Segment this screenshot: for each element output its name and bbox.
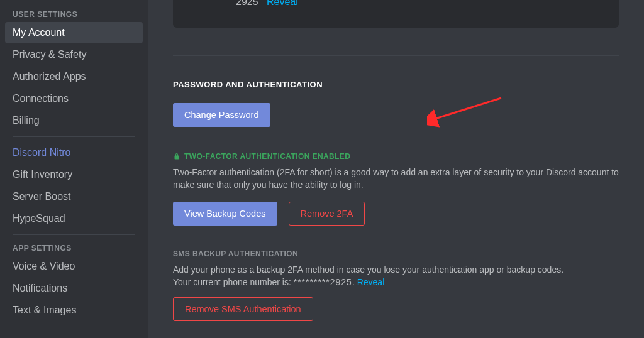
- twofa-enabled-label: Two-Factor Authentication Enabled: [184, 152, 350, 161]
- lock-icon: [173, 152, 180, 161]
- view-backup-codes-button[interactable]: View Backup Codes: [173, 202, 277, 226]
- sms-desc-line1: Add your phone as a backup 2FA method in…: [173, 264, 564, 275]
- twofa-description: Two-Factor authentication (2FA for short…: [173, 166, 619, 192]
- password-auth-heading: Password and Authentication: [173, 80, 619, 89]
- sidebar-item-notifications[interactable]: Notifications: [5, 278, 143, 299]
- sidebar-separator: [13, 234, 135, 235]
- sidebar-item-hypesquad[interactable]: HypeSquad: [5, 208, 143, 229]
- sidebar-item-authorized-apps[interactable]: Authorized Apps: [5, 66, 143, 87]
- section-divider: [173, 55, 619, 56]
- sms-reveal-link[interactable]: Reveal: [357, 277, 385, 287]
- sidebar-item-gift-inventory[interactable]: Gift Inventory: [5, 164, 143, 185]
- phone-last4: 2925: [236, 0, 258, 7]
- sidebar-item-discord-nitro[interactable]: Discord Nitro: [5, 142, 143, 163]
- sidebar-item-my-account[interactable]: My Account: [5, 22, 143, 43]
- settings-main: 2925 Reveal Password and Authentication …: [148, 0, 644, 338]
- remove-sms-auth-button[interactable]: Remove SMS Authentication: [173, 297, 313, 321]
- sms-backup-description: Add your phone as a backup 2FA method in…: [173, 263, 619, 289]
- sidebar-item-billing[interactable]: Billing: [5, 110, 143, 131]
- sidebar-item-connections[interactable]: Connections: [5, 88, 143, 109]
- sidebar-header-user-settings: User Settings: [5, 6, 143, 21]
- sidebar-item-voice-video[interactable]: Voice & Video: [5, 256, 143, 277]
- remove-2fa-button[interactable]: Remove 2FA: [289, 202, 365, 226]
- phone-reveal-link[interactable]: Reveal: [267, 0, 298, 7]
- phone-fragment-row: 2925 Reveal: [236, 0, 298, 8]
- sidebar-item-privacy-safety[interactable]: Privacy & Safety: [5, 44, 143, 65]
- twofa-enabled-heading: Two-Factor Authentication Enabled: [173, 152, 619, 161]
- settings-sidebar: User Settings My Account Privacy & Safet…: [0, 0, 148, 338]
- change-password-button[interactable]: Change Password: [173, 103, 270, 127]
- sidebar-separator: [13, 136, 135, 137]
- sms-masked-number: *********2925: [294, 277, 352, 287]
- sms-desc-line2-prefix: Your current phone number is:: [173, 277, 294, 287]
- sidebar-item-text-images[interactable]: Text & Images: [5, 300, 143, 321]
- account-card-fragment: 2925 Reveal: [173, 0, 619, 28]
- sidebar-header-app-settings: App Settings: [5, 240, 143, 255]
- sidebar-item-server-boost[interactable]: Server Boost: [5, 186, 143, 207]
- sms-backup-heading: SMS Backup Authentication: [173, 249, 619, 258]
